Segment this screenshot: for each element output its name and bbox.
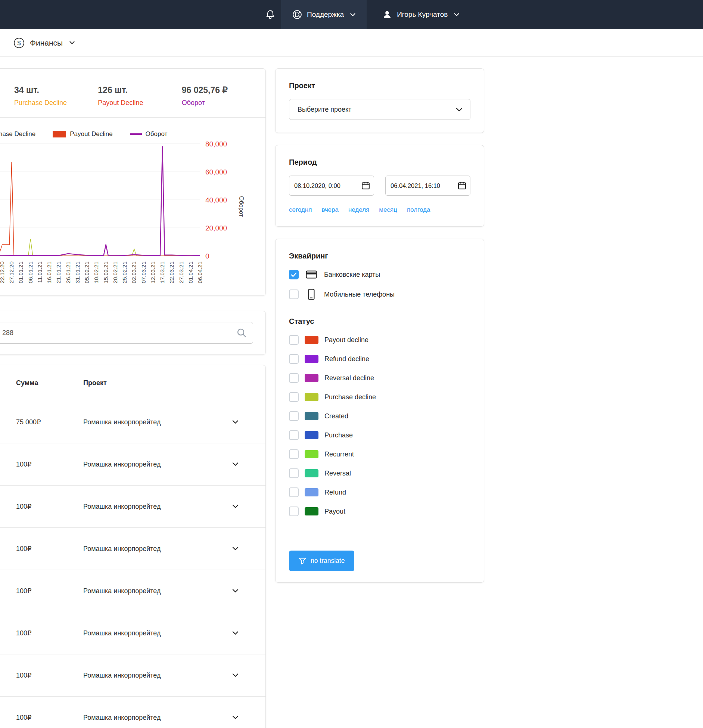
legend-item[interactable]: Payout Decline — [53, 130, 112, 138]
svg-text:22.12.20: 22.12.20 — [0, 261, 5, 283]
row-project: Ромашка инкорпорейтед — [83, 503, 161, 511]
table-row: 100₽Ромашка инкорпорейтед — [0, 486, 265, 528]
quick-link-месяц[interactable]: месяц — [379, 206, 397, 214]
row-expand-chevron[interactable] — [232, 589, 239, 593]
chart-card: 34 шт.Purchase Decline126 шт.Payout Decl… — [0, 68, 266, 296]
finance-section-menu[interactable]: $ Финансы — [13, 29, 75, 56]
checkbox[interactable] — [289, 392, 299, 402]
svg-text:06.01.21: 06.01.21 — [27, 261, 34, 283]
quick-link-сегодня[interactable]: сегодня — [289, 206, 312, 214]
row-amount: 100₽ — [16, 502, 83, 511]
status-option[interactable]: Purchase — [289, 430, 470, 440]
stats-row: 34 шт.Purchase Decline126 шт.Payout Decl… — [0, 69, 265, 117]
status-option[interactable]: Refund — [289, 487, 470, 497]
checkbox[interactable] — [289, 487, 299, 497]
status-option[interactable]: Payout — [289, 506, 470, 516]
stat-label: Оборот — [182, 99, 265, 107]
checkbox[interactable] — [289, 430, 299, 440]
acquiring-option[interactable]: Мобильные телефоны — [289, 289, 470, 300]
status-option[interactable]: Created — [289, 411, 470, 421]
status-option[interactable]: Reversal — [289, 468, 470, 478]
checkbox[interactable] — [289, 506, 299, 516]
date-range — [289, 176, 470, 196]
status-option[interactable]: Refund decline — [289, 354, 470, 364]
checkbox[interactable] — [289, 449, 299, 459]
status-option[interactable]: Recurrent — [289, 449, 470, 459]
calendar-icon[interactable] — [457, 181, 467, 192]
svg-text:12.03.21: 12.03.21 — [150, 261, 156, 283]
row-expand-chevron[interactable] — [232, 715, 239, 719]
support-label: Поддержка — [307, 10, 344, 19]
support-menu[interactable]: Поддержка — [281, 0, 367, 29]
user-menu[interactable]: Игорь Курчатов — [370, 0, 472, 29]
checkbox[interactable] — [289, 411, 299, 421]
checkbox[interactable] — [289, 270, 299, 279]
acquiring-option-label: Банковские карты — [324, 271, 380, 279]
svg-text:40,000: 40,000 — [205, 196, 227, 204]
table-header: Сумма Проект — [0, 365, 265, 401]
legend-label: Оборот — [146, 130, 168, 138]
page: Поддержка Игорь Курчатов $ — [0, 0, 703, 728]
row-expand-chevron[interactable] — [232, 504, 239, 508]
dollar-circle-icon: $ — [13, 37, 25, 49]
checkbox[interactable] — [289, 289, 299, 299]
svg-text:07.03.21: 07.03.21 — [140, 261, 147, 283]
svg-text:Оборот: Оборот — [238, 196, 245, 217]
row-expand-chevron[interactable] — [232, 546, 239, 551]
mobile-phone-icon — [305, 289, 318, 300]
checkbox[interactable] — [289, 354, 299, 364]
date-from-field — [289, 176, 374, 196]
stat-block: 34 шт.Purchase Decline — [14, 85, 98, 107]
checkbox[interactable] — [289, 335, 299, 345]
search-input[interactable] — [0, 322, 253, 344]
row-expand-chevron[interactable] — [232, 673, 239, 677]
stat-value: 126 шт. — [98, 85, 181, 95]
apply-filter-button[interactable]: no translate — [289, 551, 354, 571]
row-amount: 100₽ — [16, 587, 83, 595]
search-box — [0, 322, 253, 344]
legend-swatch — [130, 133, 142, 135]
notifications-button[interactable] — [259, 0, 281, 29]
main-column: 34 шт.Purchase Decline126 шт.Payout Decl… — [0, 68, 266, 728]
project-select-value: Выберите проект — [298, 106, 351, 114]
status-color-swatch — [305, 488, 318, 496]
filters-sidebar: Проект Выберите проект Период — [275, 68, 484, 595]
status-color-swatch — [305, 336, 318, 344]
svg-text:02.03.21: 02.03.21 — [131, 261, 137, 283]
table-row: 100₽Ромашка инкорпорейтед — [0, 443, 265, 486]
svg-text:10.02.21: 10.02.21 — [93, 261, 99, 283]
row-expand-chevron[interactable] — [232, 420, 239, 424]
status-option-label: Reversal decline — [324, 374, 374, 382]
stat-block: 96 025,76 ₽Оборот — [182, 85, 265, 107]
svg-text:17.03.21: 17.03.21 — [159, 261, 165, 283]
row-expand-chevron[interactable] — [232, 462, 239, 466]
row-amount: 100₽ — [16, 671, 83, 679]
period-filter-card: Период сегоднявчеранеделямесяцполгода — [275, 145, 484, 227]
acquiring-option[interactable]: Банковские карты — [289, 270, 470, 279]
search-icon[interactable] — [236, 327, 247, 340]
status-color-swatch — [305, 469, 318, 477]
stat-label: Purchase Decline — [14, 99, 98, 107]
navbar-items: Поддержка Игорь Курчатов — [259, 0, 472, 29]
checkbox[interactable] — [289, 468, 299, 478]
table-row: 100₽Ромашка инкорпорейтед — [0, 654, 265, 697]
svg-text:0: 0 — [205, 252, 209, 260]
legend-item[interactable]: Оборот — [130, 130, 168, 138]
status-option-label: Reversal — [324, 470, 351, 477]
status-option[interactable]: Payout decline — [289, 335, 470, 345]
row-project: Ромашка инкорпорейтед — [83, 545, 161, 553]
calendar-icon[interactable] — [361, 181, 370, 192]
quick-link-вчера[interactable]: вчера — [321, 206, 339, 214]
row-expand-chevron[interactable] — [232, 631, 239, 635]
status-option[interactable]: Purchase decline — [289, 392, 470, 402]
quick-link-неделя[interactable]: неделя — [348, 206, 369, 214]
acquiring-options: Банковские картыМобильные телефоны — [289, 270, 470, 300]
column-header-project: Проект — [83, 379, 107, 387]
quick-link-полгода[interactable]: полгода — [407, 206, 430, 214]
status-color-swatch — [305, 450, 318, 458]
project-select[interactable]: Выберите проект — [289, 99, 470, 120]
svg-text:16.01.21: 16.01.21 — [46, 261, 52, 283]
checkbox[interactable] — [289, 373, 299, 383]
legend-item[interactable]: Purchase Decline — [0, 130, 35, 138]
status-option[interactable]: Reversal decline — [289, 373, 470, 383]
